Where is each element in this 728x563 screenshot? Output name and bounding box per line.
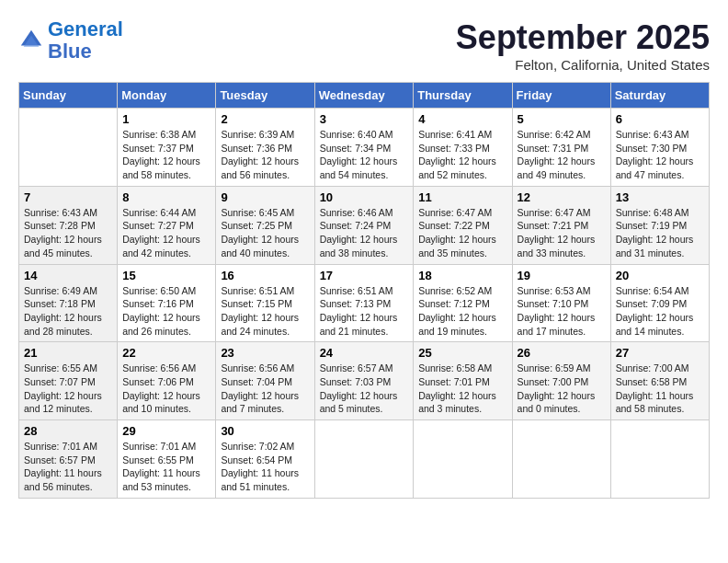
calendar-cell — [512, 420, 610, 499]
calendar-cell: 12 Sunrise: 6:47 AMSunset: 7:21 PMDaylig… — [512, 186, 610, 264]
day-number: 8 — [122, 190, 210, 204]
calendar-cell: 13 Sunrise: 6:48 AMSunset: 7:19 PMDaylig… — [610, 186, 709, 264]
day-number: 13 — [616, 190, 704, 204]
weekday-friday: Friday — [512, 83, 610, 109]
calendar-cell: 22 Sunrise: 6:56 AMSunset: 7:06 PMDaylig… — [118, 342, 216, 420]
logo-line2: Blue — [48, 40, 92, 63]
day-info: Sunrise: 6:52 AMSunset: 7:12 PMDaylight:… — [418, 284, 506, 339]
calendar-cell: 30 Sunrise: 7:02 AMSunset: 6:54 PMDaylig… — [216, 420, 314, 499]
day-info: Sunrise: 6:59 AMSunset: 7:00 PMDaylight:… — [518, 362, 606, 416]
calendar-cell: 20 Sunrise: 6:54 AMSunset: 7:09 PMDaylig… — [610, 264, 709, 342]
day-info: Sunrise: 6:49 AMSunset: 7:18 PMDaylight:… — [24, 284, 112, 339]
week-row-0: 1 Sunrise: 6:38 AMSunset: 7:37 PMDayligh… — [19, 109, 710, 187]
calendar-cell: 25 Sunrise: 6:58 AMSunset: 7:01 PMDaylig… — [414, 342, 512, 420]
calendar-cell: 14 Sunrise: 6:49 AMSunset: 7:18 PMDaylig… — [19, 264, 118, 342]
day-number: 6 — [616, 112, 704, 126]
weekday-thursday: Thursday — [414, 83, 512, 109]
day-number: 28 — [24, 424, 112, 438]
calendar-cell: 23 Sunrise: 6:56 AMSunset: 7:04 PMDaylig… — [216, 342, 314, 420]
calendar-cell — [414, 420, 512, 499]
day-info: Sunrise: 6:54 AMSunset: 7:09 PMDaylight:… — [616, 284, 704, 339]
logo-icon — [18, 28, 44, 53]
day-number: 10 — [320, 190, 409, 204]
week-row-3: 21 Sunrise: 6:55 AMSunset: 7:07 PMDaylig… — [19, 342, 710, 420]
day-number: 20 — [616, 269, 704, 282]
calendar-cell: 11 Sunrise: 6:47 AMSunset: 7:22 PMDaylig… — [414, 186, 512, 264]
day-info: Sunrise: 7:01 AMSunset: 6:55 PMDaylight:… — [122, 440, 210, 494]
day-number: 19 — [518, 269, 606, 282]
title-block: September 2025 Felton, California, Unite… — [456, 18, 710, 73]
calendar-cell: 7 Sunrise: 6:43 AMSunset: 7:28 PMDayligh… — [19, 186, 118, 264]
day-number: 9 — [221, 190, 309, 204]
week-row-4: 28 Sunrise: 7:01 AMSunset: 6:57 PMDaylig… — [19, 420, 710, 499]
calendar-cell: 4 Sunrise: 6:41 AMSunset: 7:33 PMDayligh… — [414, 109, 512, 187]
day-info: Sunrise: 6:39 AMSunset: 7:36 PMDaylight:… — [221, 128, 309, 182]
weekday-tuesday: Tuesday — [216, 83, 314, 109]
day-info: Sunrise: 6:58 AMSunset: 7:01 PMDaylight:… — [418, 362, 506, 416]
calendar-cell: 19 Sunrise: 6:53 AMSunset: 7:10 PMDaylig… — [512, 264, 610, 342]
day-number: 23 — [221, 346, 309, 360]
calendar-cell: 28 Sunrise: 7:01 AMSunset: 6:57 PMDaylig… — [19, 420, 118, 499]
day-number: 4 — [418, 112, 506, 126]
week-row-1: 7 Sunrise: 6:43 AMSunset: 7:28 PMDayligh… — [19, 186, 710, 264]
calendar-cell: 29 Sunrise: 7:01 AMSunset: 6:55 PMDaylig… — [118, 420, 216, 499]
page-header: General Blue September 2025 Felton, Cali… — [18, 18, 710, 73]
calendar-cell: 21 Sunrise: 6:55 AMSunset: 7:07 PMDaylig… — [19, 342, 118, 420]
weekday-wednesday: Wednesday — [314, 83, 414, 109]
calendar-cell: 1 Sunrise: 6:38 AMSunset: 7:37 PMDayligh… — [118, 109, 216, 187]
day-info: Sunrise: 6:57 AMSunset: 7:03 PMDaylight:… — [320, 362, 409, 416]
day-number: 25 — [418, 346, 506, 360]
week-row-2: 14 Sunrise: 6:49 AMSunset: 7:18 PMDaylig… — [19, 264, 710, 342]
calendar-cell: 24 Sunrise: 6:57 AMSunset: 7:03 PMDaylig… — [314, 342, 414, 420]
day-info: Sunrise: 7:01 AMSunset: 6:57 PMDaylight:… — [24, 440, 112, 494]
calendar-cell — [314, 420, 414, 499]
calendar-cell: 26 Sunrise: 6:59 AMSunset: 7:00 PMDaylig… — [512, 342, 610, 420]
day-info: Sunrise: 6:55 AMSunset: 7:07 PMDaylight:… — [24, 362, 112, 416]
logo: General Blue — [18, 18, 123, 63]
day-number: 27 — [616, 346, 704, 360]
location: Felton, California, United States — [456, 57, 710, 73]
day-number: 1 — [122, 112, 210, 126]
day-info: Sunrise: 6:56 AMSunset: 7:04 PMDaylight:… — [221, 362, 309, 416]
day-number: 16 — [221, 269, 309, 282]
day-number: 26 — [518, 346, 606, 360]
calendar-cell: 16 Sunrise: 6:51 AMSunset: 7:15 PMDaylig… — [216, 264, 314, 342]
day-info: Sunrise: 6:53 AMSunset: 7:10 PMDaylight:… — [518, 284, 606, 339]
day-info: Sunrise: 6:42 AMSunset: 7:31 PMDaylight:… — [518, 128, 606, 182]
day-info: Sunrise: 6:43 AMSunset: 7:30 PMDaylight:… — [616, 128, 704, 182]
day-number: 18 — [418, 269, 506, 282]
logo-text: General Blue — [48, 18, 123, 63]
day-info: Sunrise: 6:43 AMSunset: 7:28 PMDaylight:… — [24, 206, 112, 260]
day-info: Sunrise: 6:56 AMSunset: 7:06 PMDaylight:… — [122, 362, 210, 416]
calendar-cell: 27 Sunrise: 7:00 AMSunset: 6:58 PMDaylig… — [610, 342, 709, 420]
day-info: Sunrise: 6:51 AMSunset: 7:15 PMDaylight:… — [221, 284, 309, 339]
day-info: Sunrise: 6:46 AMSunset: 7:24 PMDaylight:… — [320, 206, 409, 260]
day-number: 22 — [122, 346, 210, 360]
weekday-monday: Monday — [118, 83, 216, 109]
day-info: Sunrise: 6:50 AMSunset: 7:16 PMDaylight:… — [122, 284, 210, 339]
calendar-cell — [19, 109, 118, 187]
calendar-cell: 2 Sunrise: 6:39 AMSunset: 7:36 PMDayligh… — [216, 109, 314, 187]
day-info: Sunrise: 7:00 AMSunset: 6:58 PMDaylight:… — [616, 362, 704, 416]
day-number: 11 — [418, 190, 506, 204]
calendar-cell — [610, 420, 709, 499]
calendar-cell: 17 Sunrise: 6:51 AMSunset: 7:13 PMDaylig… — [314, 264, 414, 342]
day-info: Sunrise: 6:45 AMSunset: 7:25 PMDaylight:… — [221, 206, 309, 260]
day-info: Sunrise: 6:40 AMSunset: 7:34 PMDaylight:… — [320, 128, 409, 182]
day-info: Sunrise: 7:02 AMSunset: 6:54 PMDaylight:… — [221, 440, 309, 494]
day-number: 15 — [122, 269, 210, 282]
weekday-header-row: SundayMondayTuesdayWednesdayThursdayFrid… — [19, 83, 710, 109]
day-info: Sunrise: 6:38 AMSunset: 7:37 PMDaylight:… — [122, 128, 210, 182]
day-number: 17 — [320, 269, 409, 282]
day-number: 24 — [320, 346, 409, 360]
calendar-table: SundayMondayTuesdayWednesdayThursdayFrid… — [18, 82, 710, 499]
weekday-sunday: Sunday — [19, 83, 118, 109]
day-number: 2 — [221, 112, 309, 126]
calendar-cell: 3 Sunrise: 6:40 AMSunset: 7:34 PMDayligh… — [314, 109, 414, 187]
calendar-cell: 6 Sunrise: 6:43 AMSunset: 7:30 PMDayligh… — [610, 109, 709, 187]
day-number: 21 — [24, 346, 112, 360]
day-number: 30 — [221, 424, 309, 438]
calendar-cell: 15 Sunrise: 6:50 AMSunset: 7:16 PMDaylig… — [118, 264, 216, 342]
calendar-cell: 5 Sunrise: 6:42 AMSunset: 7:31 PMDayligh… — [512, 109, 610, 187]
day-info: Sunrise: 6:51 AMSunset: 7:13 PMDaylight:… — [320, 284, 409, 339]
